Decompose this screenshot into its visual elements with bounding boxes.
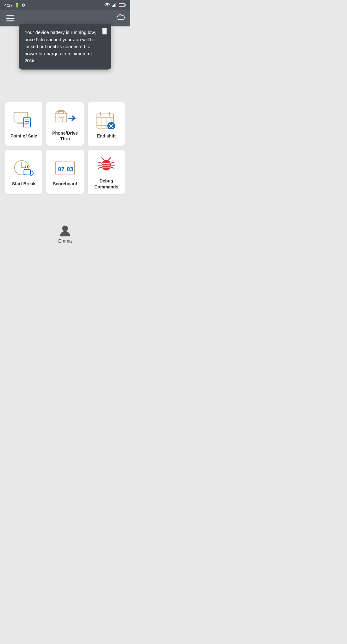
tile-start-break[interactable]: Start Break xyxy=(5,150,42,194)
svg-rect-1 xyxy=(112,6,113,7)
svg-rect-20 xyxy=(64,116,66,118)
svg-line-53 xyxy=(111,167,114,169)
toolbar: × Your device battery is running low, on… xyxy=(0,10,130,26)
drive-thru-icon xyxy=(54,108,76,127)
user-avatar-icon xyxy=(59,224,71,237)
scoreboard-icon: 07 03 xyxy=(54,158,76,178)
notification-popup: × Your device battery is running low, on… xyxy=(19,24,111,70)
notification-message: Your device battery is running low, once… xyxy=(25,29,106,64)
battery-icon: 🔋 xyxy=(14,3,19,8)
svg-text:03: 03 xyxy=(67,166,73,172)
tiles-grid: Point of Sale xyxy=(5,102,125,194)
svg-rect-7 xyxy=(125,4,125,6)
footer: Emma xyxy=(5,219,125,251)
end-shift-label: End shift xyxy=(97,133,116,139)
cloud-icon[interactable] xyxy=(116,14,125,23)
svg-line-46 xyxy=(102,158,104,160)
pos-label: Point of Sale xyxy=(10,133,37,139)
end-shift-icon xyxy=(95,110,118,130)
tile-phone-drive-thru[interactable]: Phone/Drive Thru xyxy=(46,102,84,146)
svg-line-47 xyxy=(108,158,111,160)
status-bar: 4:17 🔋 ⚙ xyxy=(0,0,130,10)
status-bar-left: 4:17 🔋 ⚙ xyxy=(4,3,25,8)
tile-end-shift[interactable]: End shift xyxy=(88,102,125,146)
pos-icon xyxy=(13,110,35,130)
settings-icon: ⚙ xyxy=(21,3,25,8)
drive-thru-label: Phone/Drive Thru xyxy=(49,130,81,142)
debug-commands-icon xyxy=(95,155,118,175)
svg-rect-11 xyxy=(23,118,30,127)
status-bar-right xyxy=(104,3,126,7)
svg-rect-6 xyxy=(119,4,120,6)
battery-status-icon xyxy=(119,3,126,7)
tile-debug-commands[interactable]: Debug Commands xyxy=(88,150,125,194)
tile-point-of-sale[interactable]: Point of Sale xyxy=(5,102,42,146)
start-break-label: Start Break xyxy=(12,181,36,187)
svg-line-51 xyxy=(111,162,114,164)
signal-icon xyxy=(112,3,117,7)
debug-commands-label: Debug Commands xyxy=(90,178,123,189)
svg-point-54 xyxy=(62,225,68,231)
svg-line-50 xyxy=(99,167,102,169)
notification-close-button[interactable]: × xyxy=(102,28,107,35)
wifi-icon xyxy=(104,3,110,7)
svg-rect-4 xyxy=(115,3,116,7)
tile-scoreboard[interactable]: 07 03 Scoreboard xyxy=(46,150,84,194)
svg-rect-37 xyxy=(24,170,30,175)
svg-rect-17 xyxy=(58,110,63,114)
hamburger-menu[interactable] xyxy=(5,14,16,23)
svg-rect-2 xyxy=(113,5,114,7)
start-break-icon xyxy=(13,158,35,178)
svg-line-48 xyxy=(99,162,102,164)
svg-rect-3 xyxy=(114,4,115,7)
svg-text:07: 07 xyxy=(58,166,64,172)
user-name: Emma xyxy=(58,238,72,244)
time-display: 4:17 xyxy=(4,3,13,8)
svg-rect-16 xyxy=(55,114,67,122)
scoreboard-label: Scoreboard xyxy=(53,181,77,187)
svg-rect-18 xyxy=(59,118,63,122)
svg-rect-19 xyxy=(56,116,58,118)
